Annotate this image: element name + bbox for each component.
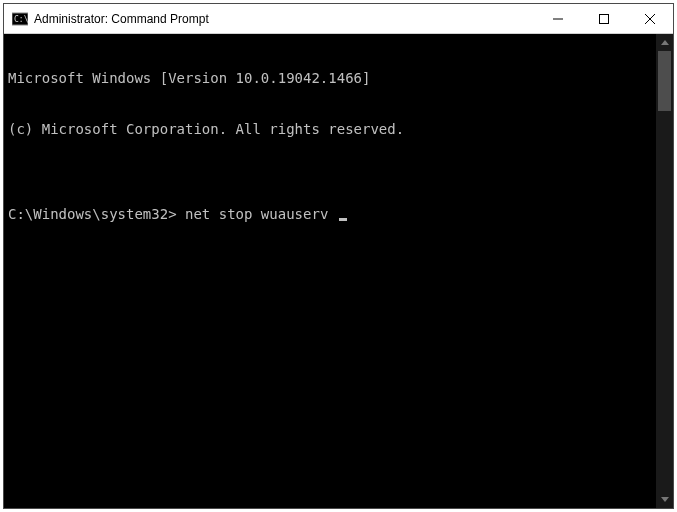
prompt-text: C:\Windows\system32> — [8, 206, 177, 223]
cursor — [339, 218, 347, 221]
scroll-thumb[interactable] — [658, 51, 671, 111]
svg-rect-3 — [600, 14, 609, 23]
maximize-button[interactable] — [581, 4, 627, 33]
scroll-up-icon[interactable] — [656, 34, 673, 51]
close-button[interactable] — [627, 4, 673, 33]
command-text: net stop wuauserv — [185, 206, 328, 223]
version-line: Microsoft Windows [Version 10.0.19042.14… — [8, 70, 652, 87]
command-prompt-window: C:\ Administrator: Command Prompt Micros… — [3, 3, 674, 509]
terminal-output[interactable]: Microsoft Windows [Version 10.0.19042.14… — [4, 34, 656, 508]
scroll-down-icon[interactable] — [656, 491, 673, 508]
window-controls — [535, 4, 673, 33]
titlebar[interactable]: C:\ Administrator: Command Prompt — [4, 4, 673, 34]
copyright-line: (c) Microsoft Corporation. All rights re… — [8, 121, 652, 138]
client-area: Microsoft Windows [Version 10.0.19042.14… — [4, 34, 673, 508]
vertical-scrollbar[interactable] — [656, 34, 673, 508]
cmd-icon: C:\ — [12, 11, 28, 27]
window-title: Administrator: Command Prompt — [34, 12, 535, 26]
prompt-line: C:\Windows\system32> net stop wuauserv — [8, 206, 652, 223]
svg-text:C:\: C:\ — [14, 15, 28, 24]
minimize-button[interactable] — [535, 4, 581, 33]
